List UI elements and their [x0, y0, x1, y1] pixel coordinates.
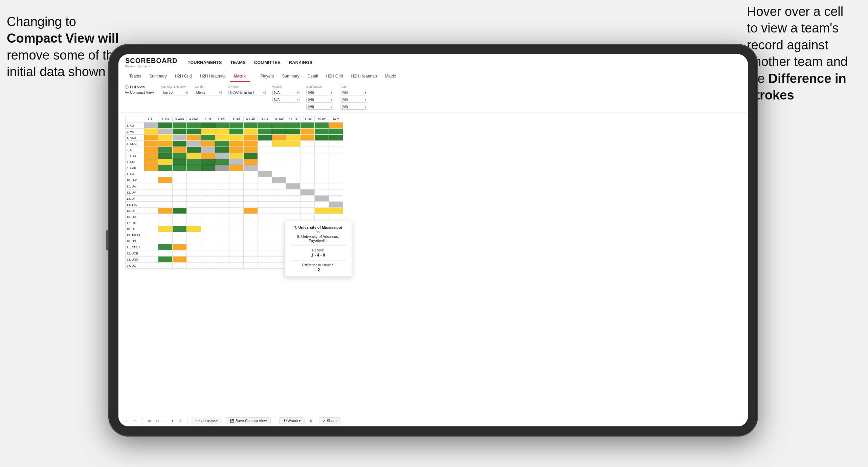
- cell-18-6[interactable]: [229, 232, 244, 238]
- cell-6-11[interactable]: [301, 159, 315, 165]
- cell-9-12[interactable]: [315, 177, 329, 183]
- cell-6-3[interactable]: [187, 159, 201, 165]
- cell-21-1[interactable]: [158, 250, 173, 257]
- cell-8-2[interactable]: [173, 171, 187, 177]
- cell-8-7[interactable]: [244, 171, 258, 177]
- cell-22-8[interactable]: [258, 257, 272, 263]
- cell-23-6[interactable]: [229, 263, 244, 269]
- cell-18-5[interactable]: [215, 232, 229, 238]
- zoom-reset-button[interactable]: ⊕: [147, 418, 153, 424]
- cell-16-2[interactable]: [173, 220, 187, 226]
- cell-9-10[interactable]: [286, 177, 301, 183]
- cell-16-5[interactable]: [215, 220, 229, 226]
- cell-7-6[interactable]: [229, 165, 244, 171]
- cell-22-3[interactable]: [187, 257, 201, 263]
- cell-12-12[interactable]: [315, 196, 329, 202]
- cell-18-8[interactable]: [258, 232, 272, 238]
- cell-5-4[interactable]: [201, 153, 215, 159]
- cell-1-6[interactable]: [229, 129, 244, 135]
- cell-12-9[interactable]: [272, 196, 286, 202]
- filter-conference-select3[interactable]: (All): [306, 104, 333, 110]
- cell-4-4[interactable]: [201, 147, 215, 153]
- cell-2-0[interactable]: [144, 135, 158, 141]
- cell-18-4[interactable]: [201, 232, 215, 238]
- cell-23-4[interactable]: [201, 263, 215, 269]
- cell-13-8[interactable]: [258, 202, 272, 208]
- cell-15-3[interactable]: [187, 214, 201, 220]
- cell-14-13[interactable]: [329, 208, 343, 214]
- cell-13-11[interactable]: [301, 202, 315, 208]
- cell-1-10[interactable]: [286, 129, 301, 135]
- save-custom-button[interactable]: 💾 Save Custom View: [226, 417, 271, 424]
- cell-6-4[interactable]: [201, 159, 215, 165]
- cell-10-7[interactable]: [244, 183, 258, 190]
- cell-0-1[interactable]: [158, 123, 173, 129]
- cell-5-2[interactable]: [173, 153, 187, 159]
- nav-committee[interactable]: COMMITTEE: [254, 59, 281, 66]
- refresh-button[interactable]: ↺: [177, 418, 183, 424]
- cell-10-2[interactable]: [173, 183, 187, 190]
- cell-3-7[interactable]: [244, 141, 258, 147]
- cell-5-5[interactable]: [215, 153, 229, 159]
- filter-division-select[interactable]: NCAA Division I: [228, 90, 266, 95]
- cell-6-8[interactable]: [258, 159, 272, 165]
- cell-12-2[interactable]: [173, 196, 187, 202]
- cell-3-13[interactable]: [329, 141, 343, 147]
- cell-15-4[interactable]: [201, 214, 215, 220]
- cell-1-13[interactable]: [329, 129, 343, 135]
- cell-15-1[interactable]: [158, 214, 173, 220]
- cell-12-5[interactable]: [215, 196, 229, 202]
- cell-1-4[interactable]: [201, 129, 215, 135]
- cell-9-5[interactable]: [215, 177, 229, 183]
- cell-22-4[interactable]: [201, 257, 215, 263]
- cell-10-4[interactable]: [201, 183, 215, 190]
- cell-3-9[interactable]: [272, 141, 286, 147]
- cell-20-6[interactable]: [229, 244, 244, 250]
- cell-13-10[interactable]: [286, 202, 301, 208]
- cell-11-7[interactable]: [244, 190, 258, 196]
- cell-23-8[interactable]: [258, 263, 272, 269]
- cell-9-13[interactable]: [329, 177, 343, 183]
- tab-h2h-grid-right[interactable]: H2H Grid: [322, 71, 347, 82]
- cell-3-1[interactable]: [158, 141, 173, 147]
- cell-13-0[interactable]: [144, 202, 158, 208]
- cell-4-1[interactable]: [158, 147, 173, 153]
- cell-17-2[interactable]: [173, 226, 187, 232]
- cell-21-6[interactable]: [229, 250, 244, 257]
- cell-13-7[interactable]: [244, 202, 258, 208]
- cell-9-1[interactable]: [158, 177, 173, 183]
- cell-3-4[interactable]: [201, 141, 215, 147]
- cell-18-1[interactable]: [158, 232, 173, 238]
- cell-16-1[interactable]: [158, 220, 173, 226]
- tab-h2h-heatmap-left[interactable]: H2H Heatmap: [196, 71, 230, 82]
- tab-players[interactable]: Players: [256, 71, 278, 82]
- cell-0-8[interactable]: [258, 123, 272, 129]
- cell-14-2[interactable]: [173, 208, 187, 214]
- cell-14-7[interactable]: [244, 208, 258, 214]
- cell-0-9[interactable]: [272, 123, 286, 129]
- cell-7-0[interactable]: [144, 165, 158, 171]
- cell-14-4[interactable]: [201, 208, 215, 214]
- compact-view-option[interactable]: Compact View: [125, 90, 154, 94]
- cell-0-4[interactable]: [201, 123, 215, 129]
- cell-5-3[interactable]: [187, 153, 201, 159]
- cell-7-7[interactable]: [244, 165, 258, 171]
- cell-0-12[interactable]: [315, 123, 329, 129]
- cell-8-13[interactable]: [329, 171, 343, 177]
- cell-0-2[interactable]: [173, 123, 187, 129]
- cell-17-1[interactable]: [158, 226, 173, 232]
- cell-15-7[interactable]: [244, 214, 258, 220]
- cell-13-1[interactable]: [158, 202, 173, 208]
- cell-12-10[interactable]: [286, 196, 301, 202]
- cell-13-13[interactable]: [329, 202, 343, 208]
- cell-3-6[interactable]: [229, 141, 244, 147]
- cell-6-6[interactable]: [229, 159, 244, 165]
- cell-1-1[interactable]: [158, 129, 173, 135]
- cell-2-11[interactable]: [301, 135, 315, 141]
- cell-10-11[interactable]: [301, 183, 315, 190]
- cell-2-4[interactable]: [201, 135, 215, 141]
- cell-3-8[interactable]: [258, 141, 272, 147]
- cell-3-5[interactable]: [215, 141, 229, 147]
- cell-1-9[interactable]: [272, 129, 286, 135]
- cell-23-7[interactable]: [244, 263, 258, 269]
